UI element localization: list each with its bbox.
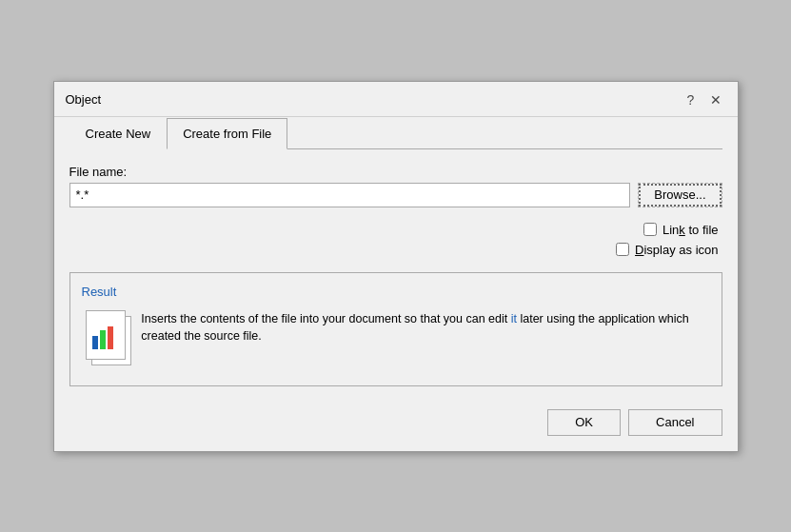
file-name-input[interactable] bbox=[69, 183, 631, 207]
ok-button[interactable]: OK bbox=[547, 409, 621, 436]
close-button[interactable]: ✕ bbox=[705, 89, 726, 110]
tab-create-new-label: Create New bbox=[86, 127, 151, 141]
result-text-part1: Inserts the contents of the file into yo… bbox=[141, 312, 510, 325]
file-name-label-text: File name: bbox=[69, 165, 128, 179]
title-bar-controls: ? ✕ bbox=[681, 89, 726, 110]
link-to-file-row: Link to file bbox=[643, 223, 719, 237]
result-text: Inserts the contents of the file into yo… bbox=[141, 310, 709, 346]
cancel-button[interactable]: Cancel bbox=[628, 409, 722, 436]
display-as-icon-checkbox[interactable] bbox=[616, 243, 629, 256]
file-page-front bbox=[86, 310, 126, 360]
result-content: Inserts the contents of the file into yo… bbox=[82, 310, 710, 367]
chart-front bbox=[89, 313, 125, 355]
display-as-icon-underline: D bbox=[635, 243, 643, 257]
tab-create-new[interactable]: Create New bbox=[69, 118, 168, 149]
svg-rect-5 bbox=[108, 326, 113, 349]
file-icon-container bbox=[82, 310, 130, 367]
dialog-title: Object bbox=[66, 92, 102, 107]
result-section: Result bbox=[69, 272, 722, 386]
link-to-file-checkbox[interactable] bbox=[643, 223, 657, 236]
result-title: Result bbox=[82, 285, 710, 299]
help-button[interactable]: ? bbox=[681, 89, 702, 110]
bottom-buttons: OK Cancel bbox=[69, 409, 722, 436]
display-as-icon-row: Display as icon bbox=[616, 243, 718, 257]
svg-rect-3 bbox=[92, 336, 98, 349]
file-name-label: File name: bbox=[69, 165, 722, 179]
file-name-row: Browse... bbox=[69, 183, 722, 207]
display-as-icon-label[interactable]: Display as icon bbox=[635, 243, 718, 257]
browse-button[interactable]: Browse... bbox=[638, 183, 722, 207]
tabs: Create New Create from File bbox=[69, 117, 722, 149]
dialog-content: Create New Create from File File name: B… bbox=[54, 117, 738, 451]
file-name-section: File name: Browse... bbox=[69, 165, 722, 207]
link-to-file-underline: k bbox=[679, 223, 685, 237]
title-bar-left: Object bbox=[66, 92, 102, 107]
tab-create-from-file-label: Create from File bbox=[183, 127, 271, 141]
link-to-file-label[interactable]: Link to file bbox=[662, 223, 719, 237]
checkboxes-area: Link to file Display as icon bbox=[69, 223, 722, 257]
tab-create-from-file[interactable]: Create from File bbox=[167, 118, 287, 149]
svg-rect-4 bbox=[100, 330, 106, 349]
object-dialog: Object ? ✕ Create New Create from File F… bbox=[53, 81, 739, 452]
title-bar: Object ? ✕ bbox=[54, 82, 738, 117]
